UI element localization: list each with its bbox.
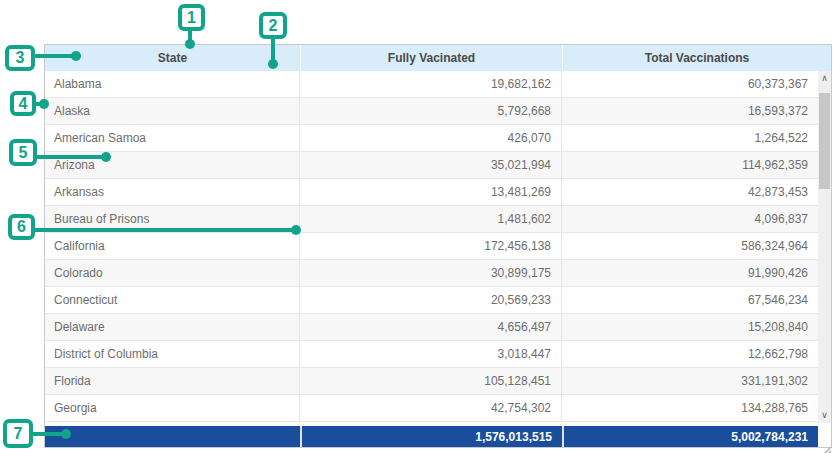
state-cell: Connecticut — [45, 287, 300, 313]
callout-6: 6 — [8, 214, 35, 240]
total-vaccinations-cell: 42,873,453 — [562, 179, 818, 205]
total-vaccinations-cell: 12,662,798 — [562, 341, 818, 367]
fully-vaccinated-cell: 172,456,138 — [300, 233, 562, 259]
fully-vaccinated-cell: 5,792,668 — [300, 98, 562, 124]
list-table: State Fully Vacinated Total Vaccinations… — [44, 44, 832, 448]
table-body: Alabama 19,682,162 60,373,367 Alaska 5,7… — [45, 71, 818, 422]
total-vaccinations-cell: 15,208,840 — [562, 314, 818, 340]
table-row[interactable]: Arkansas 13,481,269 42,873,453 — [45, 179, 818, 206]
state-cell: American Samoa — [45, 125, 300, 151]
callout-2-connector — [271, 37, 275, 61]
state-cell: Delaware — [45, 314, 300, 340]
total-vaccinations-cell: 60,373,367 — [562, 71, 818, 97]
fully-vaccinated-cell: 4,656,497 — [300, 314, 562, 340]
callout-6-dot — [291, 225, 301, 235]
state-cell: Arkansas — [45, 179, 300, 205]
column-header-state[interactable]: State — [45, 45, 300, 71]
total-vaccinations-cell: 91,990,426 — [562, 260, 818, 286]
scroll-up-icon[interactable]: ∧ — [818, 71, 831, 86]
state-cell: Colorado — [45, 260, 300, 286]
fully-vaccinated-cell: 35,021,994 — [300, 152, 562, 178]
total-vaccinations-cell: 114,962,359 — [562, 152, 818, 178]
fully-vaccinated-cell: 20,569,233 — [300, 287, 562, 313]
table-row[interactable]: Colorado 30,899,175 91,990,426 — [45, 260, 818, 287]
fully-vaccinated-cell: 3,018,447 — [300, 341, 562, 367]
table-row[interactable]: District of Columbia 3,018,447 12,662,79… — [45, 341, 818, 368]
callout-3-connector — [33, 54, 74, 58]
state-cell: District of Columbia — [45, 341, 300, 367]
table-row[interactable]: Arizona 35,021,994 114,962,359 — [45, 152, 818, 179]
table-row[interactable]: American Samoa 426,070 1,264,522 — [45, 125, 818, 152]
table-row[interactable]: Alaska 5,792,668 16,593,372 — [45, 98, 818, 125]
callout-2-dot — [268, 59, 278, 69]
table-row[interactable]: Alabama 19,682,162 60,373,367 — [45, 71, 818, 98]
total-vaccinations-cell: 16,593,372 — [562, 98, 818, 124]
callout-7-connector — [31, 432, 65, 436]
total-vaccinations-cell: 134,288,765 — [562, 395, 818, 421]
totals-state-cell — [45, 426, 300, 447]
total-vaccinations-cell: 67,546,234 — [562, 287, 818, 313]
fully-vaccinated-cell: 19,682,162 — [300, 71, 562, 97]
total-vaccinations-cell: 4,096,837 — [562, 206, 818, 232]
total-vaccinations-cell: 1,264,522 — [562, 125, 818, 151]
vertical-scrollbar[interactable]: ∧ ∨ — [818, 71, 831, 423]
callout-5: 5 — [9, 139, 37, 166]
state-cell: Alaska — [45, 98, 300, 124]
table-row[interactable]: Delaware 4,656,497 15,208,840 — [45, 314, 818, 341]
resize-grip-icon[interactable] — [820, 441, 832, 451]
callout-2: 2 — [259, 12, 287, 39]
fully-vaccinated-cell: 30,899,175 — [300, 260, 562, 286]
table-row[interactable]: California 172,456,138 586,324,964 — [45, 233, 818, 260]
fully-vaccinated-cell: 42,754,302 — [300, 395, 562, 421]
callout-7: 7 — [3, 419, 33, 448]
callout-5-dot — [101, 152, 111, 162]
table-row[interactable]: Connecticut 20,569,233 67,546,234 — [45, 287, 818, 314]
callout-7-dot — [61, 429, 71, 439]
column-header-fully-vaccinated[interactable]: Fully Vacinated — [300, 45, 562, 71]
fully-vaccinated-cell: 105,128,451 — [300, 368, 562, 394]
table-header-row: State Fully Vacinated Total Vaccinations — [45, 45, 831, 71]
callout-3: 3 — [5, 45, 35, 71]
state-cell: Georgia — [45, 395, 300, 421]
column-header-total-vaccinations[interactable]: Total Vaccinations — [562, 45, 831, 71]
table-row[interactable]: Georgia 42,754,302 134,288,765 — [45, 395, 818, 422]
callout-4-dot — [39, 99, 49, 109]
scrollbar-thumb[interactable] — [819, 93, 830, 189]
fully-vaccinated-cell: 13,481,269 — [300, 179, 562, 205]
fully-vaccinated-cell: 426,070 — [300, 125, 562, 151]
total-vaccinations-cell: 586,324,964 — [562, 233, 818, 259]
callout-1: 1 — [178, 4, 205, 31]
totals-total-vaccinations-cell: 5,002,784,231 — [562, 426, 818, 447]
callout-5-connector — [35, 155, 104, 159]
table-row[interactable]: Florida 105,128,451 331,191,302 — [45, 368, 818, 395]
callout-6-connector — [33, 228, 294, 232]
scroll-down-icon[interactable]: ∨ — [818, 408, 831, 423]
state-cell: Alabama — [45, 71, 300, 97]
table-totals-row: 1,576,013,515 5,002,784,231 — [45, 426, 818, 447]
total-vaccinations-cell: 331,191,302 — [562, 368, 818, 394]
callout-3-dot — [71, 51, 81, 61]
state-cell: California — [45, 233, 300, 259]
fully-vaccinated-cell: 1,481,602 — [300, 206, 562, 232]
callout-1-dot — [185, 39, 195, 49]
state-cell: Florida — [45, 368, 300, 394]
totals-fully-vaccinated-cell: 1,576,013,515 — [300, 426, 562, 447]
callout-4: 4 — [10, 91, 36, 116]
